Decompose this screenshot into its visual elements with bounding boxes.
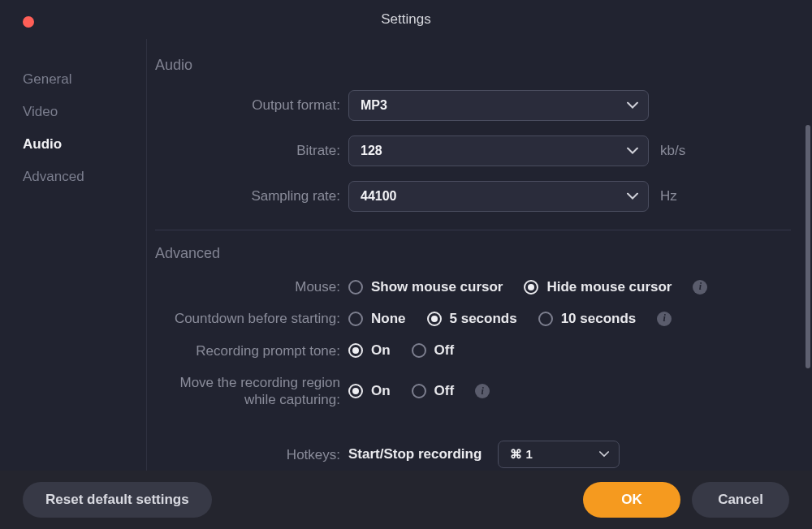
radio-group-prompt-tone: On Off (348, 342, 454, 359)
radio-label: Hide mouse cursor (546, 279, 672, 295)
radio-label: Off (434, 383, 455, 399)
radio-move-region-on[interactable]: On (348, 383, 391, 399)
radio-label: 10 seconds (561, 311, 637, 327)
unit-bitrate: kb/s (660, 143, 685, 159)
row-sampling-rate: Sampling rate: 44100 Hz (155, 181, 791, 212)
label-bitrate: Bitrate: (155, 142, 348, 159)
radio-label: Off (434, 342, 455, 359)
radio-circle-icon (412, 384, 426, 398)
radio-circle-icon (348, 312, 363, 326)
radio-prompt-tone-off[interactable]: Off (412, 342, 455, 359)
info-icon[interactable]: i (693, 280, 707, 295)
radio-label: On (371, 383, 391, 399)
cancel-button[interactable]: Cancel (692, 482, 789, 518)
radio-countdown-5s[interactable]: 5 seconds (427, 311, 517, 327)
row-mouse: Mouse: Show mouse cursor Hide mouse curs… (155, 278, 791, 295)
select-value: 128 (361, 144, 382, 158)
select-value: MP3 (361, 98, 387, 113)
radio-label: Show mouse cursor (371, 279, 503, 295)
scrollbar[interactable] (806, 125, 810, 368)
label-hotkeys: Hotkeys: (155, 446, 348, 463)
label-output-format: Output format: (155, 97, 348, 114)
radio-circle-icon (348, 384, 363, 398)
radio-group-countdown: None 5 seconds 10 seconds i (348, 311, 672, 327)
radio-circle-icon (412, 343, 426, 358)
radio-circle-icon (427, 312, 442, 326)
info-icon[interactable]: i (475, 384, 490, 398)
select-value: ⌘ 1 (510, 447, 533, 462)
radio-group-move-region: On Off i (348, 383, 490, 399)
sidebar-item-video[interactable]: Video (0, 96, 145, 128)
info-icon[interactable]: i (657, 312, 672, 326)
sidebar-item-advanced[interactable]: Advanced (0, 161, 145, 193)
hotkey-action-text: Start/Stop recording (348, 446, 482, 462)
radio-label: 5 seconds (450, 311, 517, 327)
divider (155, 230, 791, 230)
radio-circle-icon (538, 312, 553, 326)
label-countdown: Countdown before starting: (155, 310, 348, 327)
footer: Reset default settings OK Cancel (0, 471, 812, 529)
label-prompt-tone: Recording prompt tone: (155, 342, 348, 359)
radio-hide-mouse-cursor[interactable]: Hide mouse cursor (524, 279, 672, 295)
row-countdown: Countdown before starting: None 5 second… (155, 310, 791, 327)
settings-content: Audio Output format: MP3 Bitrate: 128 kb… (147, 39, 812, 471)
chevron-down-icon (627, 102, 638, 110)
label-move-region: Move the recording region while capturin… (155, 374, 348, 409)
row-output-format: Output format: MP3 (155, 90, 791, 121)
chevron-down-icon (627, 193, 638, 200)
row-hotkeys: Hotkeys: Start/Stop recording ⌘ 1 (155, 441, 791, 468)
select-hotkey[interactable]: ⌘ 1 (498, 441, 620, 468)
radio-group-mouse: Show mouse cursor Hide mouse cursor i (348, 279, 707, 295)
select-bitrate[interactable]: 128 (348, 135, 649, 166)
titlebar: Settings (0, 0, 812, 39)
radio-label: None (371, 311, 406, 327)
sidebar: General Video Audio Advanced (0, 39, 146, 471)
close-window-icon[interactable] (23, 16, 34, 28)
select-value: 44100 (361, 189, 397, 204)
window-title: Settings (0, 11, 812, 28)
row-move-region: Move the recording region while capturin… (155, 374, 791, 409)
row-bitrate: Bitrate: 128 kb/s (155, 135, 791, 166)
radio-circle-icon (524, 280, 538, 295)
section-title-audio: Audio (155, 57, 791, 74)
radio-circle-icon (348, 343, 363, 358)
row-prompt-tone: Recording prompt tone: On Off (155, 342, 791, 359)
sidebar-item-audio[interactable]: Audio (0, 128, 145, 161)
reset-default-settings-button[interactable]: Reset default settings (23, 482, 212, 518)
label-mouse: Mouse: (155, 278, 348, 295)
select-output-format[interactable]: MP3 (348, 90, 649, 121)
radio-move-region-off[interactable]: Off (412, 383, 455, 399)
chevron-down-icon (627, 148, 638, 155)
radio-show-mouse-cursor[interactable]: Show mouse cursor (348, 279, 503, 295)
chevron-down-icon (599, 451, 609, 458)
sidebar-item-general[interactable]: General (0, 63, 145, 96)
section-title-advanced: Advanced (155, 245, 791, 262)
radio-countdown-10s[interactable]: 10 seconds (538, 311, 637, 327)
radio-circle-icon (348, 280, 363, 295)
select-sampling-rate[interactable]: 44100 (348, 181, 649, 212)
radio-label: On (371, 342, 391, 359)
unit-sampling-rate: Hz (660, 188, 677, 204)
radio-countdown-none[interactable]: None (348, 311, 406, 327)
radio-prompt-tone-on[interactable]: On (348, 342, 391, 359)
ok-button[interactable]: OK (583, 482, 680, 518)
label-sampling-rate: Sampling rate: (155, 187, 348, 204)
